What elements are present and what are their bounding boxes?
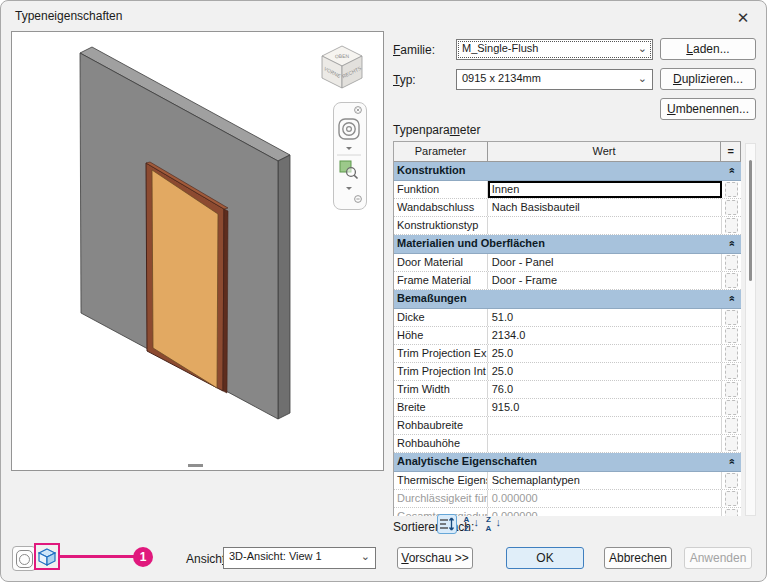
sort-custom-icon (438, 515, 456, 533)
param-value-cell[interactable]: 51.0 (488, 309, 722, 326)
collapse-chevron-icon[interactable]: » (721, 290, 741, 308)
associate-param-button[interactable] (725, 200, 738, 215)
param-value-cell[interactable]: 915.0 (488, 399, 722, 416)
param-name-cell[interactable]: Trim Projection Ex (394, 345, 488, 362)
associate-param-button[interactable] (725, 473, 738, 488)
viewcube[interactable]: OBEN VORNE RECHTS (319, 44, 365, 92)
collapse-chevron-icon[interactable]: » (721, 235, 741, 253)
section-row[interactable]: Analytische Eigenschaften» (394, 453, 741, 472)
family-combobox[interactable]: M_Single-Flush⌄ (456, 39, 653, 60)
associate-param-button[interactable] (725, 273, 738, 288)
param-value-cell[interactable]: 25.0 (488, 345, 722, 362)
preview-viewport[interactable]: OBEN VORNE RECHTS (11, 31, 384, 471)
param-value-cell[interactable]: 25.0 (488, 363, 722, 380)
associate-param-button[interactable] (725, 418, 738, 433)
param-row: FunktionInnen (394, 181, 741, 199)
param-name-cell[interactable]: Rohbauhöhe (394, 435, 488, 452)
associate-param-button[interactable] (725, 255, 738, 270)
associate-param-cell[interactable] (722, 490, 741, 507)
rename-button[interactable]: Umbenennen... (660, 98, 756, 120)
associate-param-button[interactable] (725, 400, 738, 415)
associate-param-button[interactable] (725, 382, 738, 397)
param-value-cell[interactable]: 2134.0 (488, 327, 722, 344)
associate-param-cell[interactable] (722, 417, 741, 434)
preview-toggle-button[interactable]: Vorschau >> (397, 547, 473, 569)
view-combobox[interactable]: 3D-Ansicht: View 1⌄ (223, 547, 376, 569)
associate-param-cell[interactable] (722, 254, 741, 271)
associate-param-cell[interactable] (722, 199, 741, 216)
associate-param-button[interactable] (725, 509, 738, 516)
close-icon[interactable]: ✕ (732, 7, 754, 29)
associate-param-button[interactable] (725, 436, 738, 451)
param-value-cell[interactable]: Door - Panel (488, 254, 722, 271)
collapse-chevron-icon[interactable]: » (721, 453, 741, 471)
param-value-cell[interactable] (488, 435, 722, 452)
type-combobox[interactable]: 0915 x 2134mm⌄ (456, 69, 653, 90)
associate-param-cell[interactable] (722, 472, 741, 489)
sort-ascending-button[interactable]: AZ ↓ (460, 514, 480, 534)
param-name-cell[interactable]: Höhe (394, 327, 488, 344)
sort-custom-order-button[interactable] (437, 514, 457, 534)
associate-param-button[interactable] (725, 364, 738, 379)
param-value-cell[interactable] (488, 417, 722, 434)
param-name-cell[interactable]: Funktion (394, 181, 488, 198)
param-name-cell[interactable]: Dicke (394, 309, 488, 326)
associate-param-cell[interactable] (722, 181, 741, 198)
cancel-button[interactable]: Abbrechen (604, 547, 672, 569)
param-value-cell[interactable]: 76.0 (488, 381, 722, 398)
associate-param-cell[interactable] (722, 399, 741, 416)
param-name-cell[interactable]: Thermische Eigens (394, 472, 488, 489)
associate-param-cell[interactable] (722, 381, 741, 398)
load-button[interactable]: Laden... (660, 38, 756, 60)
associate-param-button[interactable] (725, 182, 738, 197)
param-name-cell[interactable]: Breite (394, 399, 488, 416)
param-value-cell[interactable]: 0.000000 (488, 508, 722, 516)
param-name-cell[interactable]: Trim Projection Int (394, 363, 488, 380)
param-name-cell[interactable]: Trim Width (394, 381, 488, 398)
sort-za-arrow-icon: ↓ (496, 516, 502, 528)
param-value-cell[interactable]: Innen (488, 181, 722, 198)
associate-param-cell[interactable] (722, 435, 741, 452)
param-name-cell[interactable]: Frame Material (394, 272, 488, 289)
section-row[interactable]: Konstruktion» (394, 162, 741, 181)
section-row[interactable]: Bemaßungen» (394, 290, 741, 309)
param-value-cell[interactable]: 0.000000 (488, 490, 722, 507)
associate-param-cell[interactable] (722, 508, 741, 516)
duplicate-button[interactable]: Duplizieren... (660, 68, 756, 90)
apply-button[interactable]: Anwenden (684, 547, 752, 569)
section-row[interactable]: Materialien und Oberflächen» (394, 235, 741, 254)
associate-param-cell[interactable] (722, 272, 741, 289)
param-value-cell[interactable] (488, 217, 722, 234)
param-value-cell[interactable]: Door - Frame (488, 272, 722, 289)
steering-wheel-toggle-button[interactable] (12, 546, 36, 571)
preview-scroll-dash[interactable] (188, 464, 203, 467)
parameter-column-header[interactable]: Parameter (394, 142, 488, 162)
param-name-cell[interactable]: Durchlässigkeit für (394, 490, 488, 507)
sort-descending-button[interactable]: ZA ↓ (482, 514, 502, 534)
collapse-chevron-icon[interactable]: » (721, 162, 741, 180)
param-name-cell[interactable]: Door Material (394, 254, 488, 271)
param-value-cell[interactable]: Schemaplantypen (488, 472, 722, 489)
associate-param-button[interactable] (725, 328, 738, 343)
type-label: Typ: (393, 73, 416, 87)
associate-param-button[interactable] (725, 310, 738, 325)
associate-param-cell[interactable] (722, 345, 741, 362)
value-column-header[interactable]: Wert (488, 142, 721, 162)
associate-param-button[interactable] (725, 218, 738, 233)
ok-button[interactable]: OK (506, 547, 584, 569)
table-scrollbar[interactable] (745, 143, 756, 516)
associate-param-cell[interactable] (722, 363, 741, 380)
associate-param-button[interactable] (725, 346, 738, 361)
associate-column-header[interactable]: = (721, 142, 741, 162)
navbar-dropdown-icon (346, 147, 352, 150)
param-name-cell[interactable]: Wandabschluss (394, 199, 488, 216)
param-name-cell[interactable]: Konstruktionstyp (394, 217, 488, 234)
param-value-cell[interactable]: Nach Basisbauteil (488, 199, 722, 216)
associate-param-cell[interactable] (722, 327, 741, 344)
param-name-cell[interactable]: Rohbaubreite (394, 417, 488, 434)
navigation-bar[interactable] (333, 102, 367, 210)
table-scrollbar-thumb[interactable] (749, 160, 752, 281)
associate-param-button[interactable] (725, 491, 738, 506)
associate-param-cell[interactable] (722, 217, 741, 234)
associate-param-cell[interactable] (722, 309, 741, 326)
